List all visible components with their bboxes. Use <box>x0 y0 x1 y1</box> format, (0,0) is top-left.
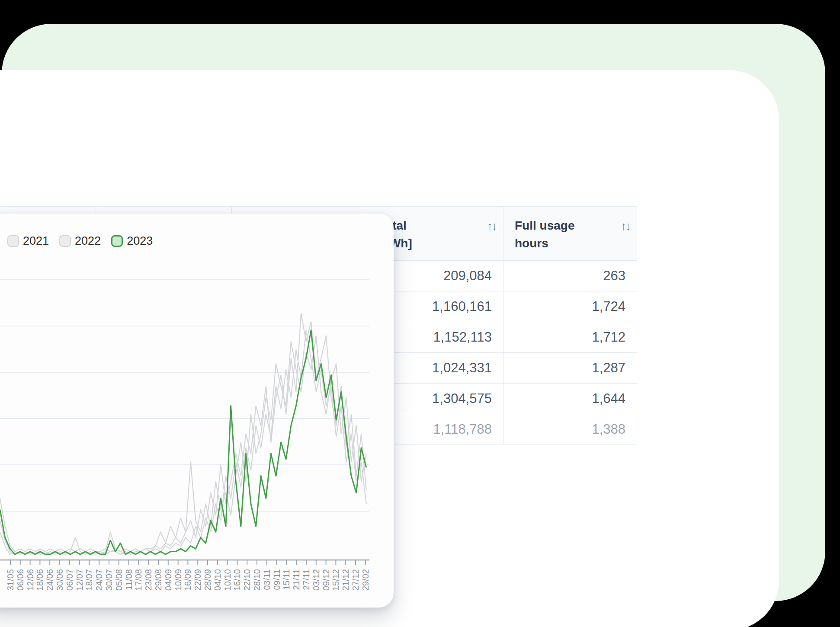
x-axis-label: 21/12 <box>341 569 350 591</box>
x-axis-label: 10/10 <box>223 569 232 591</box>
x-axis-label: 30/07 <box>104 569 114 591</box>
x-axis-label: 22/09 <box>193 569 202 591</box>
x-axis-group <box>0 560 369 565</box>
column-header-full-usage-hours[interactable]: Full usage hours↑↓ <box>503 207 637 261</box>
series-line-2023 <box>0 330 366 554</box>
x-axis-label: 27/11 <box>301 569 311 590</box>
x-axis-label: 24/06 <box>45 569 55 591</box>
x-axis-label: 06/07 <box>65 569 74 591</box>
x-axis-label: 29/08 <box>154 569 163 591</box>
x-axis-label: 18/07 <box>84 569 94 591</box>
x-axis-label: 11/08 <box>124 569 134 590</box>
series-line-gray-series-2 <box>0 336 366 554</box>
x-axis-label: 12/07 <box>75 569 84 591</box>
x-axis-label: 24/07 <box>94 569 104 591</box>
x-axis-label: 27/12 <box>351 569 360 591</box>
x-axis-label: 18/06 <box>35 569 45 591</box>
x-axis-label: 30/06 <box>55 569 64 591</box>
chart-card: 202120222023 31/0506/0612/0618/0624/0630… <box>0 214 394 608</box>
x-axis-label: 15/12 <box>331 569 340 591</box>
series-line-gray-series-3 <box>0 330 366 554</box>
sort-icon[interactable]: ↑↓ <box>621 218 630 235</box>
x-axis-label: 03/11 <box>262 569 272 590</box>
value-cell: 1,644 <box>503 384 637 414</box>
x-axis-label: 16/09 <box>183 569 192 591</box>
column-label: Full usage hours <box>515 217 609 252</box>
line-chart: 31/0506/0612/0618/0624/0630/0606/0712/07… <box>0 214 394 608</box>
value-cell: 1,712 <box>503 322 637 353</box>
x-axis-label: 31/05 <box>6 569 15 591</box>
x-axis-label: 22/10 <box>242 569 252 591</box>
gridlines-group <box>0 280 369 511</box>
page-background: Year↑↓Lowest[kW]↑↓Highest[kW]↑↓Total[kWh… <box>0 0 840 627</box>
x-axis-label: 21/11 <box>292 569 301 590</box>
x-axis-label: 05/08 <box>114 569 124 591</box>
value-cell: 1,724 <box>503 291 637 322</box>
x-axis-label: 09/11 <box>272 569 282 590</box>
x-axis-label: 03/12 <box>311 569 321 591</box>
x-axis-label: 12/06 <box>26 569 35 591</box>
x-axis-label: 16/10 <box>232 569 242 591</box>
x-axis-label: 04/10 <box>213 569 222 591</box>
x-axis-label: 04/09 <box>164 569 173 591</box>
x-axis-label: 17/08 <box>134 569 143 591</box>
value-cell: 1,287 <box>503 353 637 384</box>
x-axis-label: 09/12 <box>321 569 331 591</box>
value-cell: 263 <box>503 261 637 291</box>
value-cell: 1,388 <box>503 414 637 445</box>
x-axis-label: 15/11 <box>282 569 291 590</box>
x-axis-label: 29/02 <box>361 569 370 591</box>
series-line-gray-series-1 <box>0 314 366 552</box>
x-axis-label: 06/06 <box>16 569 25 591</box>
x-axis-label: 10/09 <box>173 569 183 591</box>
sort-icon[interactable]: ↑↓ <box>487 218 496 235</box>
series-group <box>0 314 366 554</box>
x-axis-label: 23/08 <box>144 569 153 591</box>
x-axis-label: 28/09 <box>203 569 212 591</box>
x-axis-labels-group: 31/0506/0612/0618/0624/0630/0606/0712/07… <box>6 569 370 591</box>
x-axis-label: 28/10 <box>252 569 262 591</box>
